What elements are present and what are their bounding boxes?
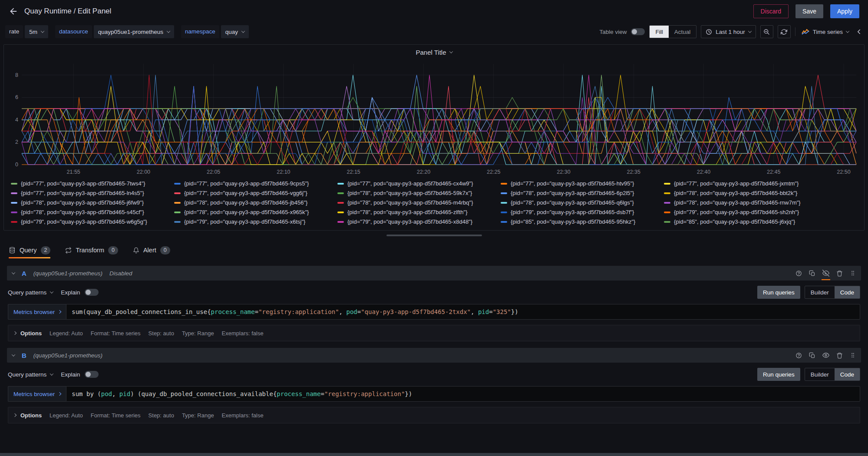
refresh-button[interactable] bbox=[778, 25, 791, 38]
code-option[interactable]: Code bbox=[835, 286, 860, 298]
drag-query-handle[interactable] bbox=[850, 270, 856, 276]
apply-button[interactable]: Apply bbox=[830, 4, 859, 18]
legend-item[interactable]: {pid="79", pod="quay-py3-app-d5f7bd465-x… bbox=[174, 218, 330, 225]
series-label: {pid="79", pod="quay-py3-app-d5f7bd465-x… bbox=[184, 218, 305, 225]
viz-picker-label: Time series bbox=[813, 29, 843, 35]
trash-icon bbox=[836, 352, 843, 359]
query-options-collapsed[interactable]: Options Legend: AutoFormat: Time seriesS… bbox=[8, 407, 860, 423]
legend-item[interactable]: {pid="77", pod="quay-py3-app-d5f7bd465-v… bbox=[174, 190, 330, 196]
metrics-browser-button[interactable]: Metrics browser bbox=[8, 304, 66, 320]
duplicate-query-button[interactable] bbox=[809, 352, 815, 359]
discard-button[interactable]: Discard bbox=[753, 4, 789, 18]
var-datasource-dropdown[interactable]: quayp05ue1-prometheus bbox=[94, 25, 174, 38]
eye-off-icon bbox=[822, 270, 829, 277]
eye-icon bbox=[822, 352, 829, 359]
legend-item[interactable]: {pid="85", pod="quay-py3-app-d5f7bd465-j… bbox=[664, 218, 820, 225]
duplicate-query-button[interactable] bbox=[809, 270, 815, 277]
series-label: {pid="85", pod="quay-py3-app-d5f7bd465-j… bbox=[674, 218, 795, 225]
collapse-options-pane-button[interactable] bbox=[855, 28, 863, 36]
explain-toggle[interactable] bbox=[85, 371, 99, 378]
legend-item[interactable]: {pid="79", pod="quay-py3-app-d5f7bd465-d… bbox=[501, 209, 657, 215]
delete-query-button[interactable] bbox=[836, 270, 843, 277]
legend-item[interactable]: {pid="79", pod="quay-py3-app-d5f7bd465-w… bbox=[11, 218, 167, 225]
legend-item[interactable]: {pid="79", pod="quay-py3-app-d5f7bd465-x… bbox=[337, 218, 494, 225]
legend-item[interactable]: {pid="78", pod="quay-py3-app-d5f7bd465-j… bbox=[174, 199, 330, 206]
legend-item[interactable]: {pid="79", pod="quay-py3-app-d5f7bd465-s… bbox=[664, 209, 820, 215]
var-namespace-dropdown[interactable]: quay bbox=[221, 25, 249, 38]
legend-item[interactable]: {pid="78", pod="quay-py3-app-d5f7bd465-m… bbox=[337, 199, 494, 206]
chevron-down-icon bbox=[50, 372, 53, 375]
query-help-button[interactable] bbox=[795, 270, 802, 277]
legend-item[interactable]: {pid="77", pod="quay-py3-app-d5f7bd465-j… bbox=[664, 180, 820, 187]
legend-item[interactable]: {pid="78", pod="quay-py3-app-d5f7bd465-x… bbox=[174, 209, 330, 215]
query-help-button[interactable] bbox=[795, 352, 802, 359]
series-label: {pid="78", pod="quay-py3-app-d5f7bd465-j… bbox=[184, 199, 307, 206]
query-expression-input[interactable]: sum by (pod, pid) (quay_db_pooled_connec… bbox=[66, 386, 860, 402]
query-patterns-dropdown[interactable]: Query patterns bbox=[8, 289, 53, 296]
query-patterns-dropdown[interactable]: Query patterns bbox=[8, 371, 53, 378]
options-label: Options bbox=[20, 330, 42, 337]
table-view-toggle[interactable] bbox=[631, 28, 645, 35]
series-color-dash bbox=[174, 192, 181, 194]
legend-item[interactable]: {pid="77", pod="quay-py3-app-d5f7bd465-l… bbox=[11, 190, 167, 196]
code-option[interactable]: Code bbox=[835, 368, 860, 380]
series-label: {pid="78", pod="quay-py3-app-d5f7bd465-b… bbox=[674, 190, 797, 196]
explain-toggle[interactable] bbox=[85, 289, 99, 296]
time-range-picker[interactable]: Last 1 hour bbox=[701, 25, 756, 38]
var-rate-dropdown[interactable]: 5m bbox=[25, 25, 48, 38]
series-label: {pid="78", pod="quay-py3-app-d5f7bd465-x… bbox=[184, 209, 309, 215]
legend-item[interactable]: {pid="78", pod="quay-py3-app-d5f7bd465-s… bbox=[11, 209, 167, 215]
legend-item[interactable]: {pid="78", pod="quay-py3-app-d5f7bd465-5… bbox=[337, 190, 494, 196]
toggle-query-visibility-button[interactable] bbox=[822, 352, 829, 359]
var-value-text: quay bbox=[225, 29, 238, 35]
explain-control: Explain bbox=[61, 289, 98, 296]
tab-query[interactable]: Query 2 bbox=[9, 240, 50, 260]
svg-text:0: 0 bbox=[15, 162, 18, 168]
legend-item[interactable]: {pid="85", pod="quay-py3-app-d5f7bd465-9… bbox=[501, 218, 657, 225]
legend-item[interactable]: {pid="78", pod="quay-py3-app-d5f7bd465-z… bbox=[337, 209, 494, 215]
zoom-out-button[interactable] bbox=[760, 25, 773, 38]
query-options-collapsed[interactable]: Options Legend: AutoFormat: Time seriesS… bbox=[8, 325, 860, 341]
builder-option[interactable]: Builder bbox=[805, 368, 835, 380]
tab-transform[interactable]: Transform 0 bbox=[65, 240, 118, 260]
collapse-chevron-icon bbox=[12, 353, 15, 356]
panel-title-menu[interactable]: Panel Title bbox=[4, 45, 864, 59]
legend-item[interactable]: {pid="77", pod="quay-py3-app-d5f7bd465-9… bbox=[174, 180, 330, 187]
arrow-left-icon bbox=[9, 7, 18, 16]
back-button[interactable] bbox=[9, 7, 18, 16]
legend-item[interactable]: {pid="78", pod="quay-py3-app-d5f7bd465-q… bbox=[501, 199, 657, 206]
legend-item[interactable]: {pid="78", pod="quay-py3-app-d5f7bd465-j… bbox=[11, 199, 167, 206]
legend-item[interactable]: {pid="78", pod="quay-py3-app-d5f7bd465-b… bbox=[664, 190, 820, 196]
toolbar-divider bbox=[795, 27, 795, 36]
panel-resize-handle[interactable] bbox=[386, 235, 482, 236]
query-row-header[interactable]: A (quayp05ue1-prometheus) Disabled bbox=[7, 266, 861, 281]
tab-count-badge: 0 bbox=[160, 246, 170, 254]
legend-item[interactable]: {pid="77", pod="quay-py3-app-d5f7bd465-h… bbox=[501, 180, 657, 187]
run-queries-button[interactable]: Run queries bbox=[757, 286, 800, 299]
legend-item[interactable]: {pid="78", pod="quay-py3-app-d5f7bd465-6… bbox=[501, 190, 657, 196]
series-color-dash bbox=[337, 183, 344, 185]
run-queries-button[interactable]: Run queries bbox=[757, 368, 800, 381]
svg-text:8: 8 bbox=[15, 72, 18, 78]
svg-text:2: 2 bbox=[15, 139, 18, 145]
legend-item[interactable]: {pid="78", pod="quay-py3-app-d5f7bd465-r… bbox=[664, 199, 820, 206]
legend-item[interactable]: {pid="77", pod="quay-py3-app-d5f7bd465-c… bbox=[337, 180, 494, 187]
time-series-chart[interactable]: 0246821:5522:0022:0522:1022:1522:2022:25… bbox=[9, 59, 860, 178]
svg-text:22:30: 22:30 bbox=[557, 169, 570, 175]
builder-option[interactable]: Builder bbox=[805, 286, 835, 298]
delete-query-button[interactable] bbox=[836, 352, 843, 359]
var-value-text: quayp05ue1-prometheus bbox=[98, 29, 163, 35]
drag-query-handle[interactable] bbox=[850, 352, 856, 358]
query-datasource-name: (quayp05ue1-prometheus) bbox=[33, 352, 102, 359]
horizontal-scrollbar[interactable] bbox=[0, 453, 868, 456]
tab-alert[interactable]: Alert 0 bbox=[133, 240, 170, 260]
fill-option[interactable]: Fill bbox=[650, 26, 668, 38]
legend-item[interactable]: {pid="77", pod="quay-py3-app-d5f7bd465-7… bbox=[11, 180, 167, 187]
query-row-header[interactable]: B (quayp05ue1-prometheus) bbox=[7, 348, 861, 363]
visualization-picker[interactable]: Time series bbox=[800, 29, 851, 35]
toggle-query-visibility-button[interactable] bbox=[822, 270, 829, 277]
query-expression-input[interactable]: sum(quay_db_pooled_connections_in_use{pr… bbox=[66, 304, 860, 320]
metrics-browser-button[interactable]: Metrics browser bbox=[8, 386, 66, 402]
actual-option[interactable]: Actual bbox=[669, 26, 696, 38]
save-button[interactable]: Save bbox=[795, 4, 823, 18]
